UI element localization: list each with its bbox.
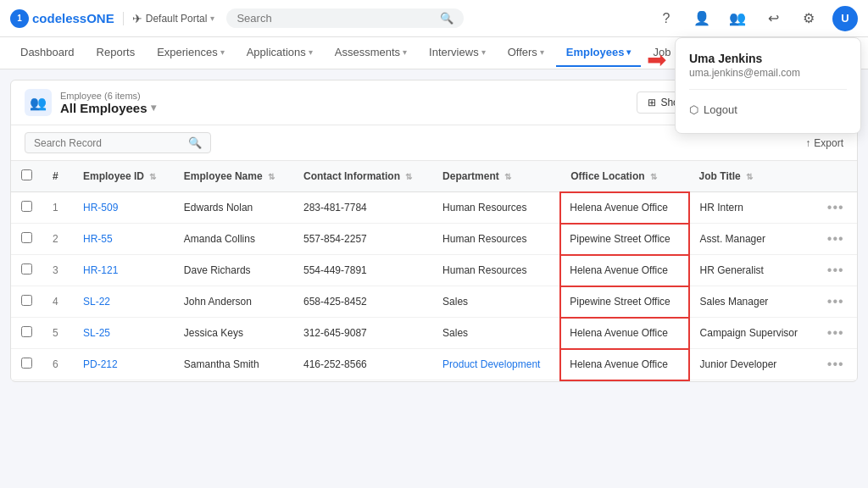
employee-id-link[interactable]: HR-55 — [83, 233, 113, 245]
employee-id-link[interactable]: PD-212 — [83, 358, 118, 370]
row-contact: 554-449-7891 — [293, 255, 432, 286]
row-department: Human Resources — [432, 192, 560, 224]
row-contact: 658-425-8452 — [293, 286, 432, 318]
row-employee-name: Samantha Smith — [174, 349, 293, 380]
col-header-office[interactable]: Office Location ⇅ — [560, 161, 688, 192]
undo-icon[interactable]: ↩ — [761, 7, 785, 30]
help-icon[interactable]: ? — [654, 7, 678, 30]
export-button[interactable]: ↑ Export — [805, 137, 843, 149]
table-row: 2 HR-55 Amanda Collins 557-854-2257 Huma… — [11, 224, 857, 255]
plane-icon: ✈ — [132, 12, 142, 25]
row-employee-id[interactable]: PD-212 — [73, 349, 174, 380]
row-employee-id[interactable]: SL-25 — [73, 318, 174, 349]
ellipsis-menu-button[interactable]: ••• — [827, 231, 844, 246]
nav-item-assessments[interactable]: Assessments ▾ — [325, 39, 417, 67]
row-checkbox[interactable] — [21, 201, 32, 212]
employee-id-link[interactable]: HR-509 — [83, 202, 118, 214]
row-department: Sales — [432, 318, 560, 349]
user-avatar[interactable]: U — [832, 6, 858, 31]
row-checkbox-cell[interactable] — [11, 255, 42, 286]
profile-icon[interactable]: 👤 — [690, 7, 714, 30]
ellipsis-menu-button[interactable]: ••• — [827, 325, 844, 340]
row-department[interactable]: Product Development — [432, 349, 560, 380]
row-actions[interactable]: ••• — [817, 318, 857, 349]
row-checkbox-cell[interactable] — [11, 318, 42, 349]
row-checkbox-cell[interactable] — [11, 224, 42, 255]
row-office: Pipewine Street Office — [560, 286, 688, 318]
employee-id-link[interactable]: SL-25 — [83, 327, 110, 339]
col-header-num: # — [42, 161, 73, 192]
row-employee-id[interactable]: HR-121 — [73, 255, 174, 286]
global-search-input[interactable] — [236, 12, 435, 25]
nav-item-applications[interactable]: Applications ▾ — [236, 39, 323, 67]
col-header-contact[interactable]: Contact Information ⇅ — [293, 161, 432, 192]
sort-icon: ⇅ — [650, 172, 657, 181]
row-employee-id[interactable]: HR-55 — [73, 224, 174, 255]
sort-icon: ⇅ — [268, 172, 275, 181]
settings-icon[interactable]: ⚙ — [797, 7, 821, 30]
search-record-input[interactable] — [34, 137, 183, 149]
sort-icon: ⇅ — [746, 172, 753, 181]
chevron-down-icon: ▾ — [220, 47, 225, 57]
nav-item-dashboard[interactable]: Dashboard — [10, 39, 85, 67]
row-job-title: Junior Developer — [689, 349, 817, 380]
brand-logo[interactable]: 1 codelessONE — [10, 9, 114, 28]
brand-name: codelessONE — [32, 11, 114, 25]
row-actions[interactable]: ••• — [817, 224, 857, 255]
select-all-header[interactable] — [11, 161, 42, 192]
select-all-checkbox[interactable] — [21, 169, 32, 180]
chevron-down-icon: ▾ — [151, 102, 156, 114]
col-header-employee-id[interactable]: Employee ID ⇅ — [73, 161, 174, 192]
row-checkbox[interactable] — [21, 263, 32, 274]
row-employee-id[interactable]: SL-22 — [73, 286, 174, 318]
row-actions[interactable]: ••• — [817, 192, 857, 224]
chevron-down-icon: ▾ — [210, 14, 214, 23]
row-checkbox-cell[interactable] — [11, 349, 42, 380]
row-checkbox[interactable] — [21, 232, 32, 243]
row-contact: 312-645-9087 — [293, 318, 432, 349]
top-nav-icons: ? 👤 👥 ↩ ⚙ U — [654, 6, 858, 31]
logout-button[interactable]: ⬡ Logout — [689, 100, 847, 119]
row-actions[interactable]: ••• — [817, 255, 857, 286]
row-checkbox-cell[interactable] — [11, 286, 42, 318]
nav-item-reports[interactable]: Reports — [86, 39, 146, 67]
global-search[interactable]: 🔍 — [226, 8, 464, 28]
ellipsis-menu-button[interactable]: ••• — [827, 263, 844, 277]
row-employee-id[interactable]: HR-509 — [73, 192, 174, 224]
users-icon[interactable]: 👥 — [726, 7, 749, 30]
row-office: Pipewine Street Office — [560, 224, 688, 255]
row-actions[interactable]: ••• — [817, 349, 857, 380]
nav-item-interviews[interactable]: Interviews ▾ — [419, 39, 496, 67]
ellipsis-menu-button[interactable]: ••• — [827, 200, 844, 214]
col-header-department[interactable]: Department ⇅ — [432, 161, 560, 192]
row-employee-name: Dave Richards — [174, 255, 293, 286]
chevron-down-icon: ▾ — [309, 47, 313, 57]
col-header-employee-name[interactable]: Employee Name ⇅ — [174, 161, 293, 192]
nav-item-experiences[interactable]: Experiences ▾ — [147, 39, 235, 67]
entity-title[interactable]: All Employees ▾ — [60, 101, 156, 115]
ellipsis-menu-button[interactable]: ••• — [827, 357, 844, 371]
ellipsis-menu-button[interactable]: ••• — [827, 294, 844, 308]
row-checkbox-cell[interactable] — [11, 192, 42, 224]
row-actions[interactable]: ••• — [817, 286, 857, 318]
row-office: Helena Avenue Office — [560, 255, 688, 286]
nav-item-offers[interactable]: Offers ▾ — [498, 39, 554, 67]
user-popup: Uma Jenkins uma.jenkins@email.com ⬡ Logo… — [675, 37, 861, 134]
row-checkbox[interactable] — [21, 295, 32, 306]
employee-id-link[interactable]: HR-121 — [83, 264, 118, 276]
search-record-container[interactable]: 🔍 — [25, 132, 211, 153]
table-row: 4 SL-22 John Anderson 658-425-8452 Sales… — [11, 286, 857, 318]
row-checkbox[interactable] — [21, 358, 32, 369]
table-row: 5 SL-25 Jessica Keys 312-645-9087 Sales … — [11, 318, 857, 349]
employee-id-link[interactable]: SL-22 — [83, 296, 110, 308]
row-num: 6 — [42, 349, 73, 380]
row-num: 4 — [42, 286, 73, 318]
nav-item-employees[interactable]: Employees ▾ — [556, 39, 642, 67]
table-body: 1 HR-509 Edwards Nolan 283-481-7784 Huma… — [11, 192, 857, 380]
col-header-job-title[interactable]: Job Title ⇅ — [689, 161, 817, 192]
user-popup-email: uma.jenkins@email.com — [689, 67, 847, 79]
row-contact: 557-854-2257 — [293, 224, 432, 255]
row-num: 2 — [42, 224, 73, 255]
portal-selector[interactable]: ✈ Default Portal ▾ — [123, 12, 215, 25]
row-checkbox[interactable] — [21, 326, 32, 337]
